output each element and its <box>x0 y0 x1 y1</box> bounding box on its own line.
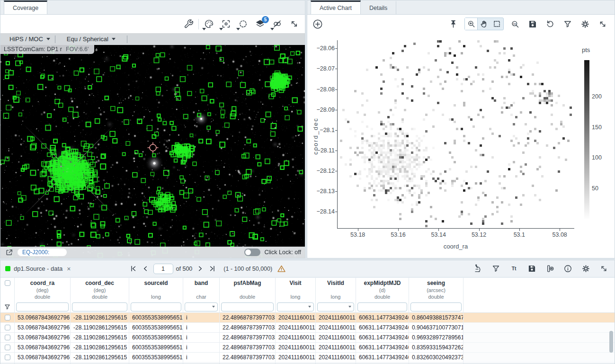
colorbar-title: pts <box>582 46 590 53</box>
filter-cell-expMidptMJD <box>356 301 409 312</box>
sky-viewer[interactable]: HiPS / MOC Equ / Spherical LSSTComCam: D… <box>0 33 305 258</box>
x-tickmark <box>479 229 480 231</box>
save-button[interactable] <box>526 18 539 30</box>
restore-button[interactable] <box>544 18 556 30</box>
expand-button[interactable] <box>288 18 300 30</box>
settings-button[interactable] <box>579 263 592 275</box>
filter-input-psfAbMag[interactable] <box>221 302 274 311</box>
pin-icon <box>449 19 458 28</box>
filter-button[interactable] <box>562 18 574 30</box>
zoom-reset-button[interactable]: 1x <box>509 18 521 30</box>
layers-button[interactable]: 5 <box>254 18 266 30</box>
info-button[interactable] <box>562 263 574 275</box>
divider <box>55 36 55 43</box>
heatmap-cells[interactable] <box>338 40 574 228</box>
pan-button[interactable] <box>478 18 490 30</box>
zoom-in-button[interactable] <box>465 18 478 30</box>
tools-button[interactable] <box>182 18 195 30</box>
table-cell-seeing: 0.8326030204923739 <box>409 363 463 364</box>
column-header-VisitId[interactable]: VisitId long <box>316 278 356 301</box>
save-button[interactable] <box>526 263 538 275</box>
table-rows: 53.09687843692796-28.1190286129561560035… <box>0 313 615 364</box>
table-tab[interactable]: dp1.Source - data × <box>5 265 72 273</box>
microscope-button[interactable] <box>472 263 484 275</box>
tab-details[interactable]: Details <box>361 0 396 14</box>
row-checkbox[interactable] <box>5 345 10 350</box>
table-row[interactable]: 53.09687843692796-28.1190286129561560035… <box>0 333 615 343</box>
y-tick-label: −28.09 <box>312 107 335 113</box>
row-checkbox[interactable] <box>5 315 10 320</box>
expand-button[interactable] <box>597 18 609 30</box>
table-row[interactable]: 53.09687843692796-28.1190286129561560035… <box>0 313 615 323</box>
row-filler <box>463 343 615 353</box>
row-checkbox[interactable] <box>5 355 10 360</box>
x-tickmark <box>358 229 358 231</box>
filter-input-expMidptMJD[interactable] <box>357 302 407 311</box>
select-region-button[interactable] <box>237 18 249 30</box>
viewer-statusbar: EQ-J2000: Click Lock: off <box>0 247 305 258</box>
column-header-seeing[interactable]: seeing (arcsec) double <box>409 278 463 301</box>
warning-icon[interactable] <box>277 264 286 273</box>
unlink-button[interactable] <box>271 18 283 30</box>
chart-panel: Active Chart Details 1x −28.06−28.07−28.… <box>307 0 615 258</box>
row-checkbox-cell <box>0 323 15 333</box>
x-tick-label: 53.18 <box>350 231 365 238</box>
table-title: dp1.Source - data <box>14 265 62 272</box>
expand-button[interactable] <box>597 263 610 275</box>
table-cell-psfAbMag: 22.489687873977033 <box>220 323 276 333</box>
select-area-button[interactable] <box>490 18 503 30</box>
tab-coverage[interactable]: Coverage <box>4 0 47 14</box>
table-close-button[interactable]: × <box>66 265 71 273</box>
coord-sys-dropdown[interactable]: Equ / Spherical <box>62 36 120 43</box>
click-lock-toggle[interactable] <box>244 249 260 256</box>
tab-active-chart[interactable]: Active Chart <box>311 0 361 14</box>
column-header-sourceId[interactable]: sourceId long <box>129 278 183 301</box>
recenter-button[interactable] <box>220 18 232 30</box>
restore-icon <box>545 19 555 29</box>
column-header-Visit[interactable]: Visit long <box>276 278 316 301</box>
click-lock-label: Click Lock: off <box>264 249 301 256</box>
page-number-input[interactable] <box>153 264 173 274</box>
hips-moc-dropdown[interactable]: HiPS / MOC <box>5 36 55 43</box>
open-expand-button[interactable] <box>4 248 14 257</box>
row-filler <box>463 353 615 363</box>
next-page-button[interactable] <box>195 264 205 274</box>
filter-cell-band <box>183 301 220 312</box>
pin-button[interactable] <box>447 18 459 30</box>
filter-input-sourceId[interactable] <box>131 302 181 311</box>
text-view-button[interactable]: Tt <box>508 263 520 275</box>
prev-page-button[interactable] <box>141 264 151 274</box>
column-name: band <box>195 279 208 287</box>
filter-select-VisitId[interactable] <box>317 302 354 311</box>
add-chart-button[interactable] <box>312 18 324 30</box>
settings-button[interactable] <box>579 18 591 30</box>
table-row[interactable]: 53.09687843692796-28.1190286129561560035… <box>0 323 615 333</box>
column-header-band[interactable]: band char <box>183 278 220 301</box>
filter-input-coord_ra[interactable] <box>16 302 69 311</box>
add-column-button[interactable] <box>544 263 556 275</box>
column-header-coord_dec[interactable]: coord_dec (deg) double <box>71 278 129 301</box>
heatmap-chart[interactable]: −28.06−28.07−28.08−28.09−28.1−28.11−28.1… <box>307 33 615 258</box>
table-row[interactable]: 53.09687843692796-28.1190286129561560035… <box>0 353 615 363</box>
filter-input-coord_dec[interactable] <box>72 302 127 311</box>
filter-select-band[interactable] <box>185 302 218 311</box>
color-palette-button[interactable] <box>203 18 215 30</box>
row-checkbox[interactable] <box>5 335 10 340</box>
table-cell-psfAbMag: 22.489687873977033 <box>220 363 276 364</box>
first-page-button[interactable] <box>129 264 138 274</box>
table-row[interactable]: 53.09687843692796-28.1190286129561560035… <box>0 363 615 364</box>
last-page-button[interactable] <box>207 264 217 274</box>
column-header-coord_ra[interactable]: coord_ra (deg) double <box>15 278 71 301</box>
filter-input-seeing[interactable] <box>410 302 462 311</box>
filter-select-Visit[interactable] <box>277 302 314 311</box>
table-cell-band: i <box>183 343 220 353</box>
filter-button[interactable] <box>490 263 502 275</box>
column-header-psfAbMag[interactable]: psfAbMag double <box>220 278 276 301</box>
table-row[interactable]: 53.09687843692796-28.1190286129561560035… <box>0 343 615 353</box>
tab-active-chart-label: Active Chart <box>320 5 352 11</box>
column-header-expMidptMJD[interactable]: expMidptMJD (d) double <box>356 278 409 301</box>
row-checkbox[interactable] <box>5 325 10 330</box>
vertical-scrollbar[interactable] <box>609 331 613 353</box>
table-cell-coord_dec: -28.11902861295615 <box>71 313 129 323</box>
select-all-checkbox[interactable] <box>5 280 10 286</box>
